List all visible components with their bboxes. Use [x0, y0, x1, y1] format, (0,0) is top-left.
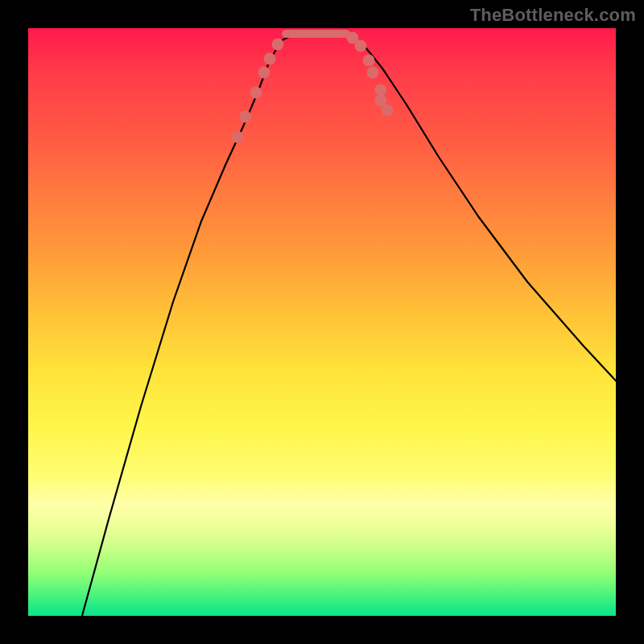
highlight-dot	[382, 105, 394, 117]
curve-svg	[28, 28, 616, 616]
highlight-dot	[355, 40, 367, 52]
highlight-dot	[250, 87, 262, 99]
highlight-dot	[367, 67, 379, 79]
watermark-text: TheBottleneck.com	[470, 5, 636, 26]
chart-frame: TheBottleneck.com	[0, 0, 644, 644]
highlight-dot	[232, 131, 244, 143]
plot-area	[28, 28, 616, 616]
bottleneck-curve	[82, 33, 616, 616]
highlight-dot	[375, 85, 387, 97]
highlight-dot	[363, 55, 375, 67]
highlight-dot	[258, 67, 270, 79]
marker-group	[232, 32, 394, 143]
highlight-dot	[240, 111, 252, 123]
highlight-dot	[272, 39, 284, 51]
highlight-dot	[264, 53, 276, 65]
